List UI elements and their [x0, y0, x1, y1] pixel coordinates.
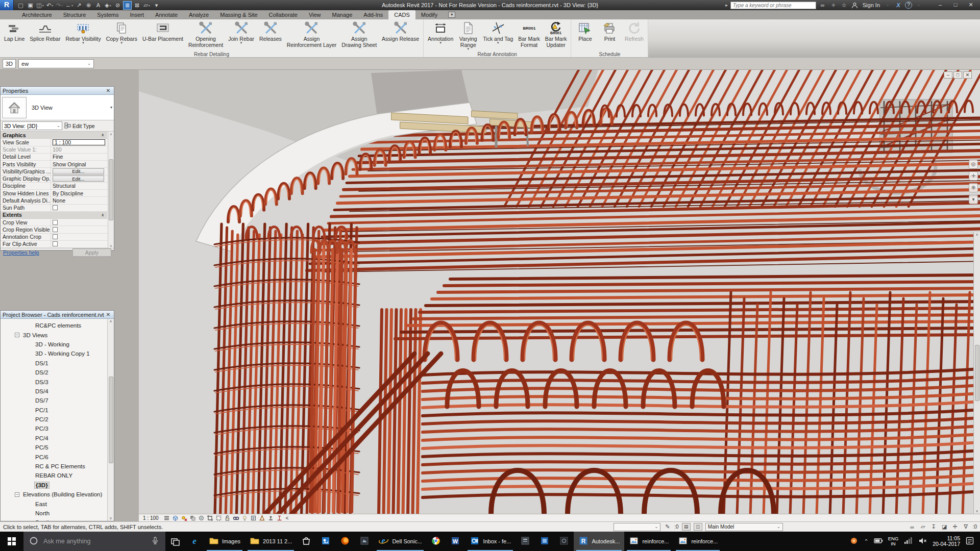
taskbar-images[interactable]: Images — [204, 532, 245, 551]
property-value[interactable]: Structural — [53, 183, 76, 189]
close-button[interactable]: ✕ — [963, 1, 978, 10]
edit-type-button[interactable]: Edit Type — [64, 122, 95, 130]
tab-collaborate[interactable]: Collaborate — [263, 10, 303, 19]
sync-with-central-icon-dropdown[interactable]: ▾ — [42, 4, 44, 7]
search-icon[interactable]: ∞ — [819, 1, 827, 9]
annotation-button[interactable]: Annotation▼ — [425, 20, 456, 51]
taskbar-folder-2013[interactable]: 2013 11 2... — [245, 532, 297, 551]
bar-mark-format-button[interactable]: BR001Bar MarkFormat — [516, 20, 543, 51]
favorites-star-icon[interactable]: ☆ — [840, 1, 848, 9]
canvas-vertical-scrollbar[interactable]: ∧ ∨ — [973, 232, 980, 514]
tab-massing-site[interactable]: Massing & Site — [214, 10, 263, 19]
scroll-down-icon[interactable]: ∨ — [109, 516, 112, 520]
tree-item-ds-2[interactable]: DS/2 — [1, 368, 107, 377]
taskbar-app-blue[interactable] — [535, 532, 554, 551]
checkbox[interactable] — [53, 220, 58, 225]
tick-and-tag-button[interactable]: Tick and Tag▼ — [480, 20, 516, 51]
taskbar-edge[interactable]: e — [185, 532, 204, 551]
chevron-down-icon[interactable]: ▾ — [110, 105, 112, 110]
tree-expander-icon[interactable]: − — [15, 492, 19, 497]
taskbar-firefox[interactable] — [335, 532, 355, 551]
close-icon[interactable]: ✕ — [105, 312, 112, 317]
zoom-icon[interactable]: ⊕ — [969, 183, 978, 192]
bar-mark-updater-button[interactable]: BR001Bar MarkUpdater — [543, 20, 570, 51]
task-view-button[interactable] — [165, 532, 185, 551]
tree-item-pc-5[interactable]: PC/5 — [1, 443, 107, 452]
edit-button[interactable]: Edit... — [53, 168, 104, 174]
scroll-up-icon[interactable]: ∧ — [110, 132, 112, 136]
scroll-up-icon[interactable]: ∧ — [975, 233, 978, 237]
taskbar-app-gray[interactable] — [516, 532, 535, 551]
start-button[interactable] — [0, 532, 23, 551]
section-icon[interactable]: ⊘ — [113, 1, 122, 10]
measure-icon-dropdown[interactable]: ▾ — [71, 4, 73, 7]
scrollbar-thumb[interactable] — [109, 159, 113, 220]
crop-view-icon[interactable] — [207, 515, 214, 521]
measure-icon[interactable]: ↔▾ — [65, 1, 74, 10]
default-3d-view-icon[interactable]: ◈▾ — [104, 1, 112, 10]
design-options-selector[interactable]: Main Model ⌄ — [705, 523, 783, 531]
tree-item-south[interactable]: South — [1, 518, 107, 521]
redo-icon-dropdown[interactable]: ▾ — [61, 4, 63, 7]
minimize-button[interactable]: – — [933, 1, 948, 10]
temporary-hide-isolate-icon[interactable] — [233, 515, 240, 521]
releases-button[interactable]: Releases — [257, 20, 284, 51]
select-links-icon[interactable]: ∞ — [909, 524, 916, 530]
show-analytical-model-icon[interactable] — [259, 515, 266, 521]
tree-item-3d-views[interactable]: −3D Views — [1, 330, 107, 339]
tree-item-east[interactable]: East — [1, 499, 107, 508]
help-search-input[interactable] — [730, 2, 816, 9]
tree-item-3d-working[interactable]: 3D - Working — [1, 340, 107, 349]
view-selector-combo[interactable]: ew ⌄ — [18, 59, 94, 68]
tag-by-category-icon[interactable]: ⊕ — [84, 1, 93, 10]
editable-only-icon[interactable]: ✎ — [664, 523, 671, 530]
tab-structure[interactable]: Structure — [58, 10, 92, 19]
property-value[interactable]: By Discipline — [53, 190, 83, 196]
tab-modify[interactable]: Modify — [415, 10, 443, 19]
place-button[interactable]: Place — [573, 20, 597, 51]
unlocked-view-icon[interactable] — [224, 515, 231, 521]
properties-scrollbar[interactable]: ∧∨ — [108, 132, 114, 248]
restore-button[interactable]: □ — [948, 1, 963, 10]
select-underlay-icon[interactable]: ▱ — [919, 523, 927, 530]
varying-range-button[interactable]: VaryingRange▼ — [456, 20, 480, 51]
view-scale-label[interactable]: 1 : 100 — [143, 515, 159, 521]
property-value[interactable]: Show Original — [53, 161, 86, 167]
tree-item-ds-3[interactable]: DS/3 — [1, 377, 107, 386]
open-icon[interactable]: ▢ — [16, 1, 25, 10]
volume-icon[interactable] — [918, 536, 928, 547]
collapse-chevron-icon[interactable]: ∧ — [101, 133, 107, 137]
scrollbar-thumb[interactable] — [975, 345, 979, 401]
view-control-collapse-icon[interactable]: < — [286, 515, 289, 521]
tree-expander-icon[interactable]: − — [15, 333, 19, 337]
detail-level-icon[interactable] — [163, 515, 170, 521]
tray-app-icon[interactable] — [849, 536, 859, 547]
help-dropdown-icon[interactable]: ▾ — [915, 1, 923, 9]
tree-item-rc-pc-elements[interactable]: RC&PC elements — [1, 321, 107, 330]
ribbon-state-toggle[interactable]: ▾ — [448, 10, 455, 19]
steering-wheel-icon[interactable]: ◎ — [969, 160, 978, 169]
tab-add-ins[interactable]: Add-Ins — [358, 10, 388, 19]
redo-icon[interactable]: ↷▾ — [55, 1, 64, 10]
undo-icon-dropdown[interactable]: ▾ — [52, 4, 53, 7]
application-menu-button[interactable]: R — [0, 0, 14, 10]
default-3d-view-icon-dropdown[interactable]: ▾ — [110, 4, 111, 7]
switch-windows-icon[interactable]: ▱▾ — [142, 1, 151, 10]
filter-icon[interactable]: ∇ — [962, 523, 970, 530]
checkbox[interactable] — [53, 227, 58, 232]
tree-item-ds-1[interactable]: DS/1 — [1, 359, 107, 368]
edit-button[interactable]: Edit... — [53, 176, 104, 182]
drag-on-selection-icon[interactable]: ✛ — [951, 523, 959, 530]
tree-item-elevations-building-elevation[interactable]: −Elevations (Building Elevation) — [1, 490, 107, 499]
tree-item-north[interactable]: North — [1, 509, 107, 518]
action-center-icon[interactable] — [965, 536, 975, 547]
tab-manage[interactable]: Manage — [327, 10, 358, 19]
reveal-constraints-icon[interactable] — [276, 515, 283, 521]
tree-item-rc-pc-elements[interactable]: RC & PC Elements — [1, 462, 107, 471]
properties-header[interactable]: Properties ✕ — [1, 87, 114, 95]
u-bar-placement-button[interactable]: U-Bar Placement — [140, 20, 186, 51]
exchange-apps-icon[interactable]: X — [894, 1, 902, 9]
tree-item-pc-3[interactable]: PC/3 — [1, 424, 107, 433]
shadows-icon[interactable] — [189, 515, 197, 521]
workset-selector[interactable]: ⌄ — [614, 523, 660, 531]
